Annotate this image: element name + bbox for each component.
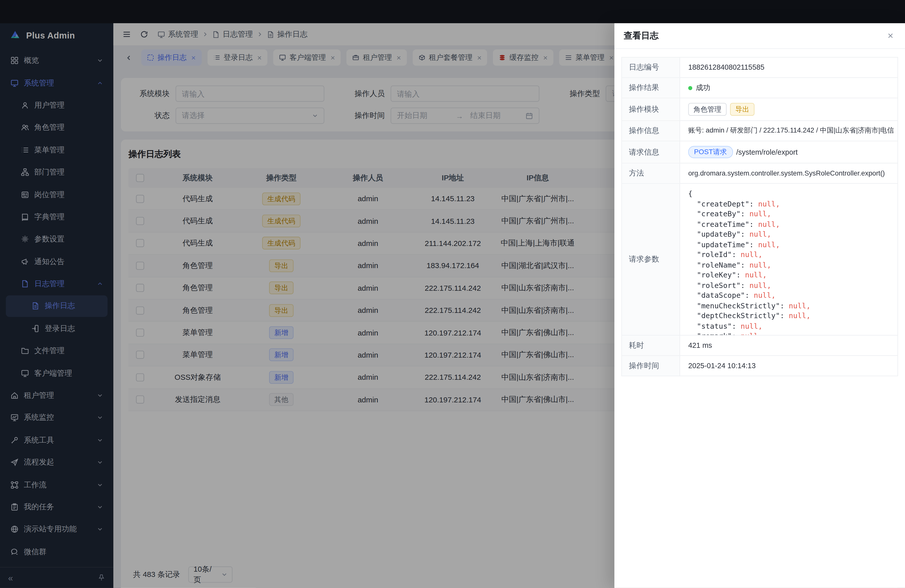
detail-label: 日志编号 — [622, 57, 680, 78]
json-line: "remark": null, — [688, 331, 894, 335]
detail-row-info: 操作信息 账号: admin / 研发部门 / 222.175.114.242 … — [622, 121, 897, 141]
detail-row-module: 操作模块 角色管理 导出 — [622, 99, 897, 121]
detail-row-cost: 耗时 421 ms — [622, 335, 897, 356]
detail-row-request: 请求信息 POST请求 /system/role/export — [622, 141, 897, 164]
detail-label: 方法 — [622, 164, 680, 183]
operation-type-tag: 导出 — [730, 103, 754, 116]
detail-label: 操作信息 — [622, 121, 680, 141]
screen: Plus Admin 概览 系统管理 用户管理 角色管理 菜单管理 部门管理 岗… — [0, 0, 905, 588]
detail-label: 请求参数 — [622, 184, 680, 335]
detail-row-result: 操作结果 成功 — [622, 78, 897, 99]
json-line: "menuCheckStrictly": null, — [688, 300, 894, 310]
result-text: 成功 — [696, 83, 710, 92]
detail-value: 2025-01-24 10:14:13 — [680, 356, 897, 376]
view-log-drawer: 查看日志 × 日志编号 1882612840802115585 操作结果 成功 … — [614, 23, 905, 588]
json-line: "roleKey": null, — [688, 270, 894, 280]
detail-value: 角色管理 导出 — [680, 99, 897, 121]
detail-label: 请求信息 — [622, 141, 680, 163]
request-url: /system/role/export — [736, 148, 798, 156]
close-icon[interactable]: × — [885, 30, 896, 42]
drawer-body: 日志编号 1882612840802115585 操作结果 成功 操作模块 角色… — [614, 49, 905, 588]
json-line: "deptCheckStrictly": null, — [688, 311, 894, 321]
detail-label: 操作模块 — [622, 99, 680, 121]
request-params-code[interactable]: {"createDept": null,"createBy": null,"cr… — [680, 184, 897, 335]
detail-label: 操作结果 — [622, 78, 680, 98]
json-line: "updateBy": null, — [688, 229, 894, 239]
detail-label: 耗时 — [622, 335, 680, 355]
json-line: "createTime": null, — [688, 219, 894, 229]
json-line: "roleName": null, — [688, 259, 894, 270]
detail-value: 账号: admin / 研发部门 / 222.175.114.242 / 中国|… — [680, 121, 897, 141]
detail-value: {"createDept": null,"createBy": null,"cr… — [680, 184, 897, 335]
json-line: "createBy": null, — [688, 209, 894, 219]
json-line: "status": null, — [688, 321, 894, 331]
json-open-brace: { — [688, 188, 894, 199]
drawer-title: 查看日志 — [624, 30, 659, 41]
module-tag: 角色管理 — [688, 103, 727, 116]
detail-value: POST请求 /system/role/export — [680, 141, 897, 163]
detail-row-method: 方法 org.dromara.system.controller.system.… — [622, 164, 897, 184]
success-dot-icon — [688, 86, 692, 90]
drawer-header: 查看日志 × — [614, 23, 905, 49]
log-detail-table: 日志编号 1882612840802115585 操作结果 成功 操作模块 角色… — [621, 57, 898, 376]
detail-row-params: 请求参数 {"createDept": null,"createBy": nul… — [622, 184, 897, 335]
detail-value: org.dromara.system.controller.system.Sys… — [680, 164, 897, 183]
json-line: "dataScope": null, — [688, 290, 894, 300]
json-line: "roleId": null, — [688, 250, 894, 259]
detail-label: 操作时间 — [622, 356, 680, 376]
json-line: "updateTime": null, — [688, 239, 894, 249]
detail-value: 1882612840802115585 — [680, 57, 897, 78]
json-line: "roleSort": null, — [688, 280, 894, 290]
json-line: "createDept": null, — [688, 199, 894, 209]
detail-row-log-id: 日志编号 1882612840802115585 — [622, 57, 897, 78]
detail-row-time: 操作时间 2025-01-24 10:14:13 — [622, 356, 897, 376]
detail-value: 421 ms — [680, 335, 897, 355]
http-method-tag: POST请求 — [688, 146, 733, 158]
detail-value: 成功 — [680, 78, 897, 98]
